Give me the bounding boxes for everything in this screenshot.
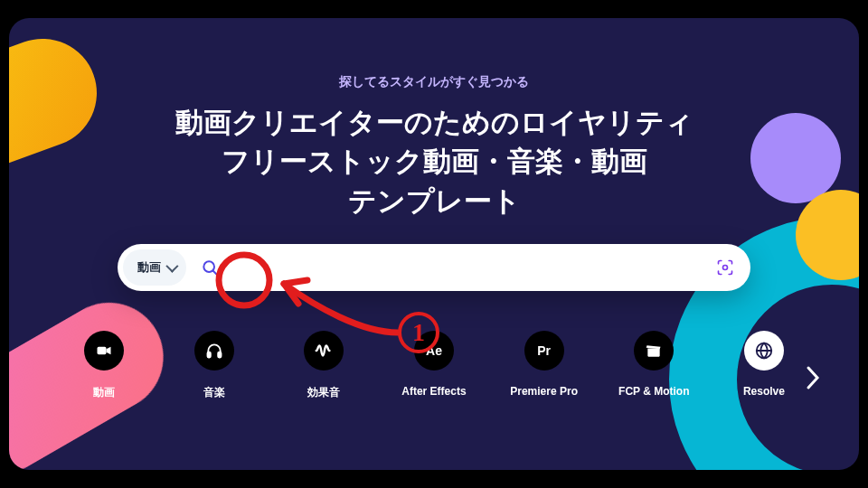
search-icon xyxy=(201,258,219,277)
hero-headline-line: テンプレート xyxy=(9,182,859,221)
category-music[interactable]: 音楽 xyxy=(169,331,259,400)
soundwave-icon xyxy=(304,331,344,371)
category-sfx[interactable]: 効果音 xyxy=(278,331,369,400)
category-label: 効果音 xyxy=(278,385,369,400)
hero-headline-line: 動画クリエイターのためのロイヤリティ xyxy=(9,103,859,142)
hero-headline-line: フリーストック動画・音楽・動画 xyxy=(9,142,859,181)
hero-headline: 動画クリエイターのためのロイヤリティ フリーストック動画・音楽・動画 テンプレー… xyxy=(9,103,859,221)
hero-card: 探してるスタイルがすぐ見つかる 動画クリエイターのためのロイヤリティ フリースト… xyxy=(9,18,859,470)
category-after-effects[interactable]: Ae After Effects xyxy=(389,331,479,398)
svg-rect-3 xyxy=(98,347,107,354)
visual-search-button[interactable] xyxy=(709,251,741,284)
category-label: 音楽 xyxy=(169,385,259,400)
chevron-down-icon xyxy=(165,260,178,273)
svg-line-1 xyxy=(213,271,217,275)
search-input[interactable] xyxy=(228,260,709,276)
category-video[interactable]: 動画 xyxy=(59,331,149,400)
search-type-label: 動画 xyxy=(137,259,161,276)
video-icon xyxy=(84,331,124,371)
chevron-right-icon xyxy=(806,365,820,390)
next-arrow-button[interactable] xyxy=(799,358,826,398)
category-label: 動画 xyxy=(59,385,149,400)
clapper-icon xyxy=(634,331,674,371)
category-premiere[interactable]: Pr Premiere Pro xyxy=(499,331,590,398)
globe-icon xyxy=(744,331,784,371)
category-label: After Effects xyxy=(389,385,479,398)
ae-icon: Ae xyxy=(414,331,454,371)
category-label: Premiere Pro xyxy=(499,385,590,398)
svg-point-2 xyxy=(723,266,728,270)
search-button[interactable] xyxy=(192,249,228,286)
category-fcp[interactable]: FCP & Motion xyxy=(609,331,699,398)
search-bar: 動画 xyxy=(118,244,750,291)
pr-icon: Pr xyxy=(524,331,564,371)
svg-rect-4 xyxy=(207,352,210,358)
svg-rect-5 xyxy=(218,352,221,358)
category-resolve[interactable]: Resolve xyxy=(719,331,809,398)
category-row: 動画 音楽 効果音 Ae After Effects Pr Premiere xyxy=(59,331,809,400)
hero-subtitle: 探してるスタイルがすぐ見つかる xyxy=(9,74,859,90)
search-type-dropdown[interactable]: 動画 xyxy=(123,249,186,286)
headphones-icon xyxy=(194,331,234,371)
category-label: FCP & Motion xyxy=(609,385,699,398)
category-label: Resolve xyxy=(719,385,809,398)
scan-icon xyxy=(716,258,734,277)
